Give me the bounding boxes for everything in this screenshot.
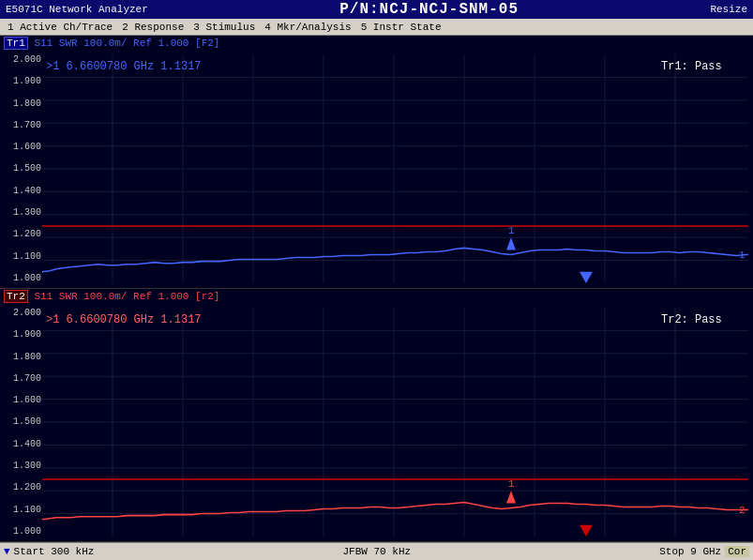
chart2-bottom-marker [580,525,593,537]
y-axis-1: 2.000 1.900 1.800 1.700 1.600 1.500 1.40… [0,54,41,283]
resize-button[interactable]: Resize [710,4,747,15]
chart1-grid: >1 6.6600780 GHz 1.1317 Tr1: Pass 1 1 [42,54,748,283]
y-label-2-3: 1.700 [2,373,41,384]
y-label-2-4: 1.600 [2,395,41,405]
title-bar: E5071C Network Analyzer P/N:NCJ-NCJ-SNM-… [0,0,753,19]
y-label-1-1: 1.900 [2,76,41,86]
y-label-1-0: 2.000 [2,54,41,65]
y-label-2-2: 1.800 [2,352,41,362]
chart1-badge: Tr1 [4,37,28,50]
y-label-1-8: 1.200 [2,229,41,239]
y-axis-2: 2.000 1.900 1.800 1.700 1.600 1.500 1.40… [0,308,41,537]
svg-text:>1  6.6600780 GHz  1.1317: >1 6.6600780 GHz 1.1317 [46,313,202,326]
y-label-2-6: 1.400 [2,439,41,449]
y-label-1-3: 1.700 [2,120,41,130]
chart2-params: S11 SWR 100.0m/ Ref 1.000 [r2] [34,291,219,302]
y-label-1-2: 1.800 [2,98,41,109]
chart1-marker-arrow [506,237,516,250]
y-label-2-7: 1.300 [2,461,41,471]
y-label-1-5: 1.500 [2,163,41,174]
menu-bar: 1 Active Ch/Trace 2 Response 3 Stimulus … [0,19,753,36]
y-label-2-1: 1.900 [2,329,41,340]
svg-text:1: 1 [508,225,515,236]
app-name: E5071C Network Analyzer [6,4,148,15]
chart2-title-row: Tr2 S11 SWR 100.0m/ Ref 1.000 [r2] [4,291,749,302]
chart2-badge: Tr2 [4,290,28,303]
svg-text:1: 1 [739,249,745,260]
y-label-1-9: 1.100 [2,251,41,262]
y-label-1-6: 1.400 [2,186,41,196]
svg-text:>1  6.6600780 GHz  1.1317: >1 6.6600780 GHz 1.1317 [46,60,202,73]
chart2-label: Tr2 S11 SWR 100.0m/ Ref 1.000 [r2] [4,291,219,302]
chart2-grid: >1 6.6600780 GHz 1.1317 Tr2: Pass 1 2 [42,308,748,537]
chart2-svg: >1 6.6600780 GHz 1.1317 Tr2: Pass 1 2 [42,308,748,537]
chart1-bottom-marker [580,272,593,283]
y-label-1-4: 1.600 [2,142,41,152]
menu-stimulus[interactable]: 3 Stimulus [189,21,259,34]
menu-mkr-analysis[interactable]: 4 Mkr/Analysis [261,21,354,34]
main-chart-area: 2.000 1.900 1.800 1.700 1.600 1.500 1.40… [0,36,753,542]
chart2-marker-arrow [506,491,516,503]
menu-active-ch[interactable]: 1 Active Ch/Trace [4,21,116,34]
status-row-1: ▼ Start 300 kHz JFBW 70 kHz Stop 9 GHz C… [0,542,753,559]
y-label-2-0: 2.000 [2,308,41,318]
svg-text:2: 2 [739,505,745,516]
device-name: P/N:NCJ-NCJ-SNM-05 [339,1,519,18]
chart1-label: Tr1 S11 SWR 100.0m/ Ref 1.000 [F2] [4,38,219,49]
y-label-1-10: 1.000 [2,273,41,283]
chart-panel-1: 2.000 1.900 1.800 1.700 1.600 1.500 1.40… [0,36,753,289]
chart1-params: S11 SWR 100.0m/ Ref 1.000 [F2] [34,38,219,49]
stop-freq-label: Stop 9 GHz [659,546,721,557]
chart-panel-2: 2.000 1.900 1.800 1.700 1.600 1.500 1.40… [0,289,753,542]
arrow-down-icon: ▼ [4,546,10,557]
start-freq-label: Start 300 kHz [14,546,95,557]
y-label-2-8: 1.200 [2,482,41,492]
chart1-title-row: Tr1 S11 SWR 100.0m/ Ref 1.000 [F2] [4,38,749,49]
menu-response[interactable]: 2 Response [118,21,188,34]
y-label-2-10: 1.000 [2,526,41,537]
svg-text:Tr1: Pass: Tr1: Pass [661,60,722,73]
chart1-svg: >1 6.6600780 GHz 1.1317 Tr1: Pass 1 1 [42,54,748,283]
menu-instr-state[interactable]: 5 Instr State [357,21,445,34]
status-bar: ▼ Start 300 kHz JFBW 70 kHz Stop 9 GHz C… [0,542,753,560]
jfbw-label: JFBW 70 kHz [343,546,412,557]
cor-label: Cor [725,546,749,557]
svg-text:Tr2: Pass: Tr2: Pass [661,313,722,326]
y-label-1-7: 1.300 [2,207,41,218]
y-label-2-9: 1.100 [2,505,41,515]
y-label-2-5: 1.500 [2,416,41,427]
svg-text:1: 1 [508,478,515,490]
